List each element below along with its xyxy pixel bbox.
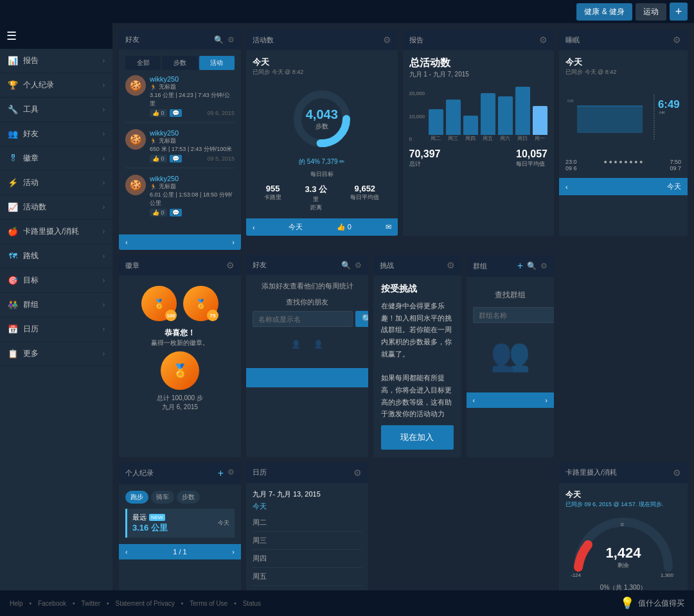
badge-item-2: 🏅 75: [183, 286, 218, 321]
groups-prev-icon[interactable]: ‹: [473, 396, 476, 404]
friends-panel-footer[interactable]: ‹ ›: [119, 234, 241, 250]
friends-search-gear-icon[interactable]: ⚙: [355, 261, 362, 270]
y-axis: 20,000 10,000 0: [409, 91, 425, 142]
challenge-card: 挑战 ⚙ 按受挑战 在健身中会得更多乐趣！加入相同水平的挑战群组。若你能在一周内…: [373, 255, 461, 457]
sidebar-item-records[interactable]: 🏆 个人纪录 ›: [0, 73, 112, 98]
friends-prev-icon[interactable]: ‹: [125, 238, 128, 246]
sidebar-item-more[interactable]: 📋 更多 ›: [0, 342, 112, 366]
sidebar-item-goals[interactable]: 🎯 目标 ›: [0, 268, 112, 293]
sidebar-item-friends[interactable]: 👥 好友 ›: [0, 122, 112, 146]
sidebar-item-badges[interactable]: 🎖 徽章 ›: [0, 146, 112, 171]
footer-separator-3: •: [107, 600, 109, 607]
badge-icon: 🎖: [8, 154, 18, 164]
records-next-icon[interactable]: ›: [232, 548, 235, 556]
comment-button-2[interactable]: 💬: [170, 155, 182, 163]
like-button-3[interactable]: 👍 0: [150, 209, 167, 216]
join-challenge-btn[interactable]: 现在加入: [381, 425, 454, 450]
sidebar-label-activitycount: 活动数: [23, 202, 46, 213]
records-prev-icon[interactable]: ‹: [125, 548, 128, 556]
sidebar-item-tools[interactable]: 🔧 工具 ›: [0, 98, 112, 122]
add-btn[interactable]: +: [670, 3, 688, 21]
tab-cycling[interactable]: 骑车: [151, 491, 174, 504]
hamburger-icon[interactable]: ☰: [6, 29, 17, 43]
groups-add-icon[interactable]: +: [517, 260, 523, 272]
sport-btn[interactable]: 运动: [636, 3, 666, 21]
badge-gear-icon[interactable]: ⚙: [226, 260, 235, 270]
sleep-end: 7:50: [670, 159, 681, 165]
records-add-icon[interactable]: +: [218, 468, 224, 479]
friends-tabs: 全部 步数 活动: [125, 56, 235, 70]
prev-icon[interactable]: ‹: [253, 224, 255, 231]
activity-gear-icon[interactable]: ⚙: [383, 35, 391, 45]
comment-button-1[interactable]: 💬: [170, 109, 182, 117]
friends-search-search-icon[interactable]: 🔍: [341, 261, 351, 270]
like-button-2[interactable]: 👍 0: [150, 155, 167, 163]
footer-link-help[interactable]: Help: [10, 600, 23, 607]
bars-container: 周二 周三 周四 周五: [429, 91, 547, 142]
tab-steps[interactable]: 步数: [177, 491, 200, 504]
sidebar-item-calories[interactable]: 🍎 卡路里摄入/消耗 ›: [0, 220, 112, 244]
friends-gear-icon[interactable]: ⚙: [227, 35, 235, 44]
sleep-prev-icon[interactable]: ‹: [565, 183, 568, 191]
health-fitness-btn[interactable]: 健康 & 健身: [576, 3, 632, 21]
challenge-gear-icon[interactable]: ⚙: [447, 260, 455, 270]
badge-congrats-title: 恭喜您！: [128, 328, 232, 339]
sleep-footer-label: 今天: [667, 182, 681, 191]
friends-tab-all[interactable]: 全部: [125, 56, 161, 70]
calorie-gear-icon[interactable]: ⚙: [673, 468, 681, 478]
tab-running[interactable]: 跑步: [125, 491, 148, 504]
friend-name-3[interactable]: wikky250: [150, 175, 235, 182]
message-icon[interactable]: ✉: [386, 223, 391, 231]
friends-next-icon[interactable]: ›: [232, 238, 235, 246]
friends-tab-steps[interactable]: 步数: [162, 56, 197, 70]
friend-name-2[interactable]: wikky250: [150, 129, 235, 137]
sleep-card-body: 今天 已同步 今天 @ 8:42 0:00: [559, 50, 688, 178]
sidebar-item-groups[interactable]: 👫 群组 ›: [0, 293, 112, 317]
sleep-dots: ● ● ● ● ● ● ● ●: [604, 159, 643, 165]
sleep-card-footer[interactable]: ‹ 今天: [559, 178, 688, 195]
friends-search-footer: [246, 368, 368, 387]
calendar-gear-icon[interactable]: ⚙: [353, 468, 362, 478]
groups-card-footer[interactable]: ‹ ›: [467, 392, 555, 408]
calendar-day-5: 周五: [253, 568, 362, 586]
sleep-today: 今天: [565, 57, 681, 68]
sleep-gear-icon[interactable]: ⚙: [673, 35, 681, 45]
groups-search-icon[interactable]: 🔍: [527, 261, 537, 270]
chevron-right-icon: ›: [103, 301, 105, 308]
friend-info-2: wikky250 🏃 无标题 650 米 | 17:53 | 2:43 分钟/1…: [150, 129, 235, 163]
sidebar-item-activity[interactable]: ⚡ 活动 ›: [0, 171, 112, 195]
friends-search-body: 添加好友查看他们的每周统计 查找你的朋友 🔍 👤 👤: [246, 275, 368, 368]
groups-gear-icon[interactable]: ⚙: [540, 261, 547, 270]
records-card-footer[interactable]: ‹ 1 / 1 ›: [119, 544, 241, 559]
sidebar-item-calendar[interactable]: 📅 日历 ›: [0, 317, 112, 342]
records-gear-icon[interactable]: ⚙: [227, 468, 235, 479]
footer-link-facebook[interactable]: Facebook: [38, 600, 66, 607]
friends-search-input[interactable]: [253, 311, 353, 327]
sidebar-item-report[interactable]: 📊 报告 ›: [0, 49, 112, 73]
friends-tab-activity[interactable]: 活动: [199, 56, 235, 70]
comment-button-3[interactable]: 💬: [170, 209, 182, 216]
like-button-1[interactable]: 👍 0: [150, 109, 167, 117]
footer-link-privacy[interactable]: Statement of Privacy: [116, 600, 175, 607]
friend-date-2: 09 5, 2015: [207, 155, 235, 162]
sidebar-item-routes[interactable]: 🗺 路线 ›: [0, 244, 112, 268]
groups-next-icon[interactable]: ›: [545, 396, 547, 404]
friend-name-1[interactable]: wikky250: [150, 75, 235, 83]
friends-search-btn[interactable]: 🔍: [355, 311, 368, 327]
sidebar-label-report: 报告: [23, 55, 39, 66]
activity-card-footer[interactable]: ‹ 今天 👍 0 ✉: [246, 218, 398, 236]
run-icon-2: 🏃: [150, 138, 157, 145]
report-gear-icon[interactable]: ⚙: [539, 35, 547, 45]
footer-link-status[interactable]: Status: [243, 600, 261, 607]
sidebar-label-routes: 路线: [23, 251, 39, 261]
sleep-times: 23:0 ● ● ● ● ● ● ● ● 7:50: [565, 159, 681, 165]
activity-stats-row: 955 卡路里 3.3 公 里 距离 9,652 每日平均值: [253, 184, 391, 212]
groups-search-input[interactable]: [473, 307, 555, 323]
sidebar-item-activitycount[interactable]: 📈 活动数 ›: [0, 195, 112, 220]
footer-link-terms[interactable]: Terms of Use: [190, 600, 227, 607]
sidebar-label-groups: 群组: [23, 299, 39, 310]
footer-link-twitter[interactable]: Twitter: [82, 600, 100, 607]
sleep-title: 睡眠: [565, 35, 580, 45]
like-icon[interactable]: 👍 0: [337, 223, 351, 231]
friends-search-icon[interactable]: 🔍: [214, 35, 224, 44]
